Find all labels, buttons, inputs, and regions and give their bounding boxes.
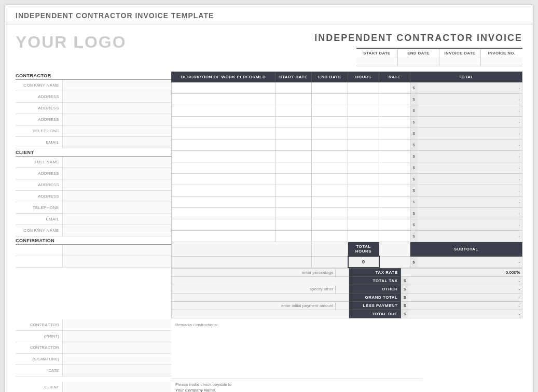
subtotal-value[interactable]: -: [418, 256, 522, 268]
row-hours-cell[interactable]: [348, 219, 379, 231]
address2-input[interactable]: [62, 103, 171, 114]
company-name-input[interactable]: [62, 80, 171, 91]
desc-cell[interactable]: [172, 151, 275, 162]
client-fullname-input[interactable]: [62, 157, 171, 167]
row-start-cell[interactable]: [275, 208, 312, 219]
address1-input[interactable]: [62, 91, 171, 102]
row-total-cell[interactable]: -: [418, 197, 522, 208]
conf-contractor-sig-value[interactable]: [62, 354, 171, 365]
row-end-cell[interactable]: [312, 105, 348, 117]
row-rate-cell[interactable]: [379, 219, 410, 231]
total-tax-value[interactable]: -: [408, 277, 522, 285]
invoice-no-value[interactable]: [481, 57, 522, 66]
desc-cell[interactable]: [172, 162, 275, 174]
row-total-cell[interactable]: -: [418, 162, 522, 174]
conf-contractor-date-value[interactable]: [62, 365, 171, 376]
row-hours-cell[interactable]: [348, 117, 379, 128]
row-hours-cell[interactable]: [348, 105, 379, 117]
row-total-cell[interactable]: -: [418, 82, 522, 94]
row-hours-cell[interactable]: [348, 139, 379, 151]
row-end-cell[interactable]: [312, 117, 348, 128]
row-total-cell[interactable]: -: [418, 139, 522, 151]
row-hours-cell[interactable]: [348, 162, 379, 174]
desc-cell[interactable]: [172, 94, 275, 105]
row-end-cell[interactable]: [312, 162, 348, 174]
row-start-cell[interactable]: [275, 139, 312, 151]
row-end-cell[interactable]: [312, 128, 348, 139]
row-start-cell[interactable]: [275, 197, 312, 208]
desc-cell[interactable]: [172, 105, 275, 117]
desc-cell[interactable]: [172, 197, 275, 208]
desc-cell[interactable]: [172, 219, 275, 231]
row-total-cell[interactable]: -: [418, 128, 522, 139]
row-rate-cell[interactable]: [379, 139, 410, 151]
conf-contractor-value[interactable]: [62, 319, 171, 330]
row-rate-cell[interactable]: [379, 105, 410, 117]
conf-client-value[interactable]: [62, 382, 171, 392]
tax-rate-value[interactable]: 0.000%: [401, 269, 522, 277]
row-end-cell[interactable]: [312, 197, 348, 208]
row-total-cell[interactable]: -: [418, 185, 522, 197]
row-end-cell[interactable]: [312, 82, 348, 94]
row-total-cell[interactable]: -: [418, 151, 522, 162]
row-end-cell[interactable]: [312, 151, 348, 162]
row-hours-cell[interactable]: [348, 128, 379, 139]
other-value[interactable]: -: [408, 285, 522, 293]
conf-contractor2-value[interactable]: [62, 342, 171, 353]
client-address3-input[interactable]: [62, 191, 171, 202]
start-date-value[interactable]: [356, 57, 398, 66]
row-start-cell[interactable]: [275, 128, 312, 139]
row-end-cell[interactable]: [312, 185, 348, 197]
row-start-cell[interactable]: [275, 162, 312, 174]
row-start-cell[interactable]: [275, 174, 312, 185]
row-rate-cell[interactable]: [379, 82, 410, 94]
row-rate-cell[interactable]: [379, 162, 410, 174]
row-hours-cell[interactable]: [348, 208, 379, 219]
row-hours-cell[interactable]: [348, 185, 379, 197]
total-due-value[interactable]: -: [408, 310, 522, 318]
row-start-cell[interactable]: [275, 94, 312, 105]
desc-cell[interactable]: [172, 139, 275, 151]
row-end-cell[interactable]: [312, 231, 348, 242]
row-start-cell[interactable]: [275, 82, 312, 94]
row-rate-cell[interactable]: [379, 231, 410, 242]
row-hours-cell[interactable]: [348, 174, 379, 185]
row-rate-cell[interactable]: [379, 117, 410, 128]
row-total-cell[interactable]: -: [418, 117, 522, 128]
row-end-cell[interactable]: [312, 208, 348, 219]
row-start-cell[interactable]: [275, 105, 312, 117]
less-payment-value[interactable]: -: [408, 302, 522, 310]
row-rate-cell[interactable]: [379, 151, 410, 162]
row-total-cell[interactable]: -: [418, 219, 522, 231]
address3-input[interactable]: [62, 114, 171, 125]
desc-cell[interactable]: [172, 117, 275, 128]
row-total-cell[interactable]: -: [418, 208, 522, 219]
end-date-value[interactable]: [398, 57, 439, 66]
row-rate-cell[interactable]: [379, 128, 410, 139]
client-address2-input[interactable]: [62, 179, 171, 190]
row-end-cell[interactable]: [312, 94, 348, 105]
row-start-cell[interactable]: [275, 231, 312, 242]
desc-cell[interactable]: [172, 82, 275, 94]
desc-cell[interactable]: [172, 128, 275, 139]
desc-cell[interactable]: [172, 174, 275, 185]
row-rate-cell[interactable]: [379, 185, 410, 197]
client-company-input[interactable]: [62, 225, 171, 236]
conf-contractor-print-value[interactable]: [62, 331, 171, 342]
row-total-cell[interactable]: -: [418, 105, 522, 117]
row-start-cell[interactable]: [275, 219, 312, 231]
row-hours-cell[interactable]: [348, 151, 379, 162]
client-telephone-input[interactable]: [62, 202, 171, 213]
row-rate-cell[interactable]: [379, 94, 410, 105]
row-rate-cell[interactable]: [379, 208, 410, 219]
email-input[interactable]: [62, 137, 171, 148]
row-rate-cell[interactable]: [379, 197, 410, 208]
row-total-cell[interactable]: -: [418, 94, 522, 105]
row-start-cell[interactable]: [275, 117, 312, 128]
desc-cell[interactable]: [172, 231, 275, 242]
invoice-date-value[interactable]: [439, 57, 481, 66]
client-email-input[interactable]: [62, 214, 171, 225]
total-hours-value[interactable]: 0: [348, 256, 379, 268]
row-end-cell[interactable]: [312, 174, 348, 185]
row-hours-cell[interactable]: [348, 197, 379, 208]
